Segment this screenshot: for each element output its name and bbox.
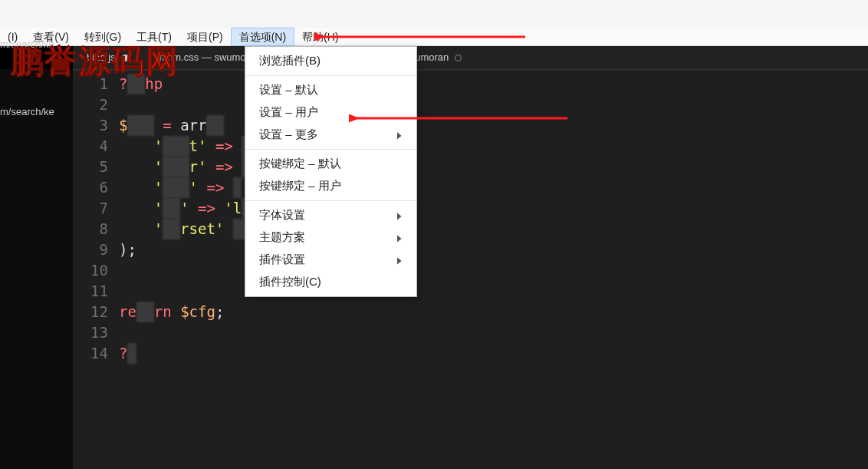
code-line[interactable]: '▮▮' => 'l▮▮ (119, 198, 259, 219)
line-number: 11 (73, 281, 119, 302)
code-line[interactable] (119, 94, 259, 115)
dropdown-separator (245, 200, 416, 201)
menu-item-5[interactable]: 首选项(N) (231, 28, 294, 46)
line-number: 3 (73, 115, 119, 136)
chevron-right-icon: ▶ (397, 210, 401, 221)
line-number: 4 (73, 136, 119, 157)
dropdown-item-label: 插件设置 (259, 253, 305, 267)
code-line[interactable] (119, 281, 259, 302)
preferences-dropdown: 浏览插件(B)设置 – 默认设置 – 用户设置 – 更多▶按键绑定 – 默认按键… (245, 46, 417, 297)
code-area[interactable]: ?▮▮hp$▮▮▮ = arr▮▮ '▮▮▮t' => ▮ '▮▮▮r' => … (119, 71, 259, 469)
code-line[interactable]: ?▮ (119, 343, 259, 364)
side-panel: m/search/ke (0, 69, 73, 469)
dropdown-item[interactable]: 设置 – 用户 (245, 101, 416, 124)
dropdown-item[interactable]: 浏览插件(B) (245, 50, 416, 72)
dropdown-item[interactable]: 设置 – 默认 (245, 79, 416, 101)
dropdown-item[interactable]: 按键绑定 – 默认 (245, 153, 416, 175)
line-gutter: 1234567891011121314 (73, 71, 119, 469)
chevron-right-icon: ▶ (397, 255, 401, 266)
code-line[interactable] (119, 260, 259, 281)
line-number: 10 (73, 260, 119, 281)
chevron-right-icon: ▶ (397, 130, 401, 140)
code-line[interactable]: $▮▮▮ = arr▮▮ (119, 115, 259, 136)
code-line[interactable]: '▮▮▮t' => ▮ (119, 136, 259, 157)
line-number: 14 (73, 343, 119, 364)
close-icon[interactable] (455, 54, 462, 61)
code-line[interactable]: '▮▮▮r' => ▮ (119, 157, 259, 177)
path-fragment: m/search/ke (0, 38, 73, 50)
dropdown-separator (245, 149, 416, 150)
editor-tab-bar: biao.jsmmm.css — swumoran\wumoranmmm.css… (73, 46, 868, 69)
code-line[interactable]: '▮▮▮' => ▮ (119, 177, 259, 198)
dropdown-item[interactable]: 设置 – 更多▶ (245, 124, 416, 146)
code-line[interactable] (119, 322, 259, 343)
menu-item-6[interactable]: 帮助(H) (294, 28, 346, 46)
line-number: 9 (73, 239, 119, 260)
dropdown-item-label: 设置 – 更多 (259, 127, 318, 142)
chevron-right-icon: ▶ (397, 233, 401, 243)
line-number: 5 (73, 157, 119, 177)
code-line[interactable]: ); (119, 239, 259, 260)
line-number: 12 (73, 302, 119, 322)
line-number: 1 (73, 74, 119, 94)
dropdown-separator (245, 75, 416, 76)
line-number: 7 (73, 198, 119, 219)
dropdown-item[interactable]: 插件控制(C) (245, 271, 416, 293)
dropdown-item[interactable]: 字体设置▶ (245, 204, 416, 226)
code-line[interactable]: '▮▮rset' ▮▮ (119, 219, 259, 239)
dropdown-item-label: 主题方案 (259, 230, 305, 245)
dropdown-item[interactable]: 主题方案▶ (245, 226, 416, 249)
dropdown-item-label: 按键绑定 – 用户 (259, 179, 341, 193)
dropdown-item-label: 插件控制(C) (259, 275, 321, 289)
address-path-fragment: m/search/ke (0, 106, 54, 117)
code-line[interactable]: re▮▮rn $cfg; (119, 302, 259, 322)
dropdown-item[interactable]: 按键绑定 – 用户 (245, 175, 416, 197)
code-line[interactable]: ?▮▮hp (119, 74, 259, 94)
line-number: 13 (73, 322, 119, 343)
line-number: 8 (73, 219, 119, 239)
dropdown-item-label: 设置 – 默认 (259, 83, 318, 97)
window-titlebar (0, 0, 868, 28)
dirty-dot-icon[interactable] (122, 54, 129, 61)
dropdown-item-label: 设置 – 用户 (259, 105, 318, 120)
line-number: 6 (73, 177, 119, 198)
code-editor[interactable]: 1234567891011121314 ?▮▮hp$▮▮▮ = arr▮▮ '▮… (73, 69, 868, 469)
dropdown-item-label: 浏览插件(B) (259, 54, 321, 68)
line-number: 2 (73, 94, 119, 115)
dropdown-item-label: 字体设置 (259, 208, 305, 223)
tab-label: biao.js (87, 46, 116, 69)
menu-item-4[interactable]: 项目(P) (179, 28, 231, 46)
editor-tab-0[interactable]: biao.js (73, 46, 143, 69)
menu-bar: (I)查看(V)转到(G)工具(T)项目(P)首选项(N)帮助(H) (0, 28, 868, 46)
dropdown-item-label: 按键绑定 – 默认 (259, 157, 341, 171)
menu-item-3[interactable]: 工具(T) (129, 28, 179, 46)
menu-item-2[interactable]: 转到(G) (77, 28, 129, 46)
dropdown-item[interactable]: 插件设置▶ (245, 249, 416, 271)
